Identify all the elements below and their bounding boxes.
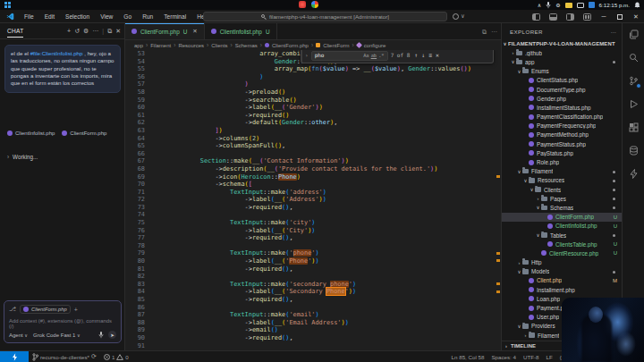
explorer-folder-Models[interactable]: ∨Models	[502, 267, 622, 276]
explorer-file-ClientsTable.php[interactable]: ClientsTable.phpU	[502, 240, 622, 248]
explorer-folder-Filament[interactable]: ∨Filament	[502, 167, 622, 176]
code-line[interactable]: 77 ->required(),	[125, 234, 501, 242]
chat-input-placeholder[interactable]: Add context (#), extensions (@), command…	[9, 318, 116, 329]
explorer-folder-Http[interactable]: ›Http	[502, 258, 622, 267]
code-line[interactable]: 55 array_map(fn($value) => __($value), G…	[125, 65, 501, 73]
toggle-secondary-sidebar-icon[interactable]	[566, 13, 574, 21]
explorer-file-PaymentClassification.php[interactable]: PaymentClassification.php	[502, 113, 622, 122]
mic-icon[interactable]	[546, 2, 551, 9]
code-line[interactable]: 88 ->label(__('Email Address'))	[125, 319, 501, 327]
find-in-selection-icon[interactable]: ≡	[428, 52, 432, 60]
eol-status[interactable]: LF	[542, 354, 555, 360]
maximize-button[interactable]	[612, 10, 628, 23]
explorer-folder-.github[interactable]: ›.github	[502, 48, 622, 57]
explorer-file-PayStatus.php[interactable]: PayStatus.php	[502, 148, 622, 157]
code-line[interactable]: 73 ->required(),	[125, 204, 501, 212]
folder-icon[interactable]	[565, 3, 572, 8]
code-line[interactable]: 66	[125, 150, 501, 158]
code-line[interactable]: 79 TextInput::make('phone')	[125, 249, 501, 257]
code-line[interactable]: 59 ->searchable()	[125, 97, 501, 105]
more-icon[interactable]: ⋯	[92, 28, 98, 35]
attachment-chip[interactable]: ClientForm.php	[62, 130, 106, 136]
tab-ClientInfolist.php[interactable]: ClientInfolist.phpU	[205, 23, 277, 39]
customize-layout-icon[interactable]	[583, 13, 591, 21]
code-line[interactable]: 80 ->label(__('Phone'))	[125, 257, 501, 265]
explorer-more-icon[interactable]: ⋯	[610, 29, 616, 35]
find-close-icon[interactable]: ✕	[436, 52, 439, 60]
tab-ClientForm.php[interactable]: ClientForm.phpU✕	[125, 23, 205, 39]
file-reference-link[interactable]: #file:ClientInfolist.php	[30, 50, 83, 56]
explorer-file-PaymentStatus.php[interactable]: PaymentStatus.php	[502, 139, 622, 148]
tab-chat[interactable]: CHAT	[7, 25, 23, 38]
taskbar-app-icon[interactable]	[299, 1, 306, 8]
explorer-file-Installment.php[interactable]: Installment.php	[502, 285, 622, 294]
explorer-file-ClientResource.php[interactable]: ClientResource.phpU	[502, 248, 622, 257]
bell-icon[interactable]	[634, 2, 640, 9]
code-line[interactable]: 89 ->email()	[125, 326, 501, 334]
windows-start-icon[interactable]	[4, 2, 11, 8]
source-control-icon[interactable]	[628, 75, 640, 87]
mic-icon[interactable]	[98, 332, 104, 339]
explorer-file-ClientInfolist.php[interactable]: ClientInfolist.phpU	[502, 222, 622, 231]
remote-indicator[interactable]	[0, 351, 29, 362]
close-button[interactable]: ✕	[628, 10, 644, 23]
explorer-folder-Tables[interactable]: ∨Tables	[502, 231, 622, 240]
code-line[interactable]: 90 ->required(),	[125, 334, 501, 342]
regex-icon[interactable]: .*	[378, 52, 385, 60]
encoding-status[interactable]: UTF-8	[520, 354, 543, 360]
problems-status[interactable]: 1 0	[100, 354, 132, 360]
code-line[interactable]: 82	[125, 273, 501, 281]
menu-item-edit[interactable]: Edit	[40, 13, 59, 21]
breadcrumb-item[interactable]: Filament	[150, 43, 171, 48]
chat-input-box[interactable]: ⎇ ClientForm.php + Add context (#), exte…	[4, 300, 122, 343]
code-line[interactable]: 60 ->label(__('Gender'))	[125, 104, 501, 112]
menu-item-selection[interactable]: Selection	[61, 13, 94, 21]
explorer-folder-Resources[interactable]: ∨Resources	[502, 176, 622, 185]
command-center-search[interactable]: filamentphp-v4-loan-management [Administ…	[203, 12, 447, 21]
explorer-folder-Enums[interactable]: ∨Enums	[502, 67, 622, 76]
new-chat-icon[interactable]: +	[67, 28, 71, 34]
explorer-folder-Schemas[interactable]: ∨Schemas	[502, 203, 622, 212]
code-line[interactable]: 85 ->required(),	[125, 296, 501, 304]
code-line[interactable]: 65 ->columnSpanFull(),	[125, 142, 501, 150]
find-previous-icon[interactable]: ↑	[414, 52, 418, 60]
menu-item-run[interactable]: Run	[138, 13, 157, 21]
code-line[interactable]: 61 ->required()	[125, 112, 501, 120]
code-line[interactable]: 72 ->label(__('Address'))	[125, 196, 501, 204]
model-select[interactable]: Grok Code Fast 1 ∨	[33, 333, 80, 338]
breadcrumb-item[interactable]: ClientForm	[323, 43, 349, 48]
code-line[interactable]: 74	[125, 211, 501, 219]
explorer-folder-Clients[interactable]: ∨Clients	[502, 185, 622, 194]
indentation-status[interactable]: Spaces: 4	[487, 354, 520, 360]
code-line[interactable]: 76 ->label(__('City'))	[125, 227, 501, 235]
code-line[interactable]: 58 ->preload()	[125, 88, 501, 97]
menu-item-file[interactable]: File	[20, 13, 38, 21]
chat-working-status[interactable]: ›Working...	[7, 154, 38, 160]
code-line[interactable]: 64 ->columns(2)	[125, 135, 501, 143]
code-line[interactable]: 75 TextInput::make('city')	[125, 219, 501, 227]
extensions-icon[interactable]	[628, 122, 640, 133]
settings-icon[interactable]: ⚙	[83, 28, 89, 35]
match-case-icon[interactable]: Aa	[363, 52, 369, 60]
git-branch-status[interactable]: recurso-de-clientes* ⟳	[29, 353, 100, 361]
onedrive-icon[interactable]	[589, 2, 595, 8]
agent-mode-select[interactable]: Agent ∨	[9, 333, 28, 338]
find-expand-icon[interactable]: ›	[305, 52, 309, 60]
explorer-folder-app[interactable]: ∨app	[502, 57, 622, 66]
open-editor-icon[interactable]: ⧉	[107, 28, 112, 35]
database-icon[interactable]	[628, 145, 640, 156]
code-editor[interactable]: › pho Aa ab .* 7 of 8 ↑ ↓ ≡ ✕	[125, 50, 501, 349]
chevron-up-icon[interactable]: ∧	[538, 3, 541, 8]
explorer-file-Client.php[interactable]: Client.phpM	[502, 276, 622, 285]
explorer-file-ClientStatus.php[interactable]: ClientStatus.php	[502, 76, 622, 85]
history-icon[interactable]: ↺	[74, 28, 80, 35]
breadcrumb-item[interactable]: Schemas	[235, 43, 258, 48]
breadcrumb-item[interactable]: Clients	[211, 43, 227, 48]
copilot-menu[interactable]: ∨	[453, 13, 465, 20]
explorer-root-folder[interactable]: ∨FILAMENTPHP-V4-LOAN-MANAGEMENT	[502, 39, 622, 48]
breadcrumb[interactable]: app›Filament›Resources›Clients›Schemas›C…	[125, 40, 501, 50]
explorer-file-DocumentType.php[interactable]: DocumentType.php	[502, 85, 622, 94]
cursor-position-status[interactable]: Ln 85, Col 58	[448, 354, 488, 360]
monitor-icon[interactable]	[577, 3, 584, 8]
code-line[interactable]: 84 ->label(__('Secondary Phone'))	[125, 288, 501, 296]
